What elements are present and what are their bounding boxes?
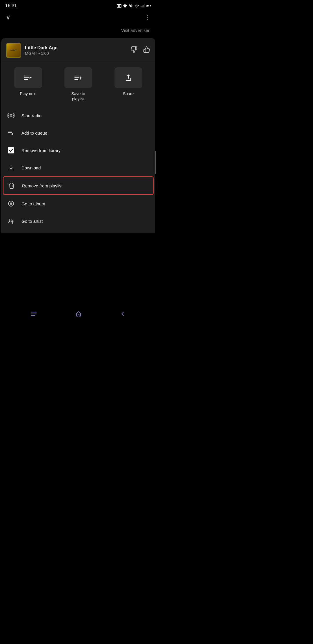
visit-advertiser[interactable]: Visit advertiser	[0, 24, 156, 38]
go-to-album-item[interactable]: Go to album	[1, 195, 155, 212]
play-next-button[interactable]	[14, 67, 42, 88]
download-item[interactable]: Download	[1, 159, 155, 176]
status-icons	[117, 4, 151, 8]
svg-rect-5	[142, 6, 142, 7]
remove-from-library-icon	[7, 146, 15, 154]
nav-back-icon[interactable]	[120, 311, 126, 318]
more-options-icon[interactable]: ⋮	[144, 14, 151, 21]
go-to-album-icon	[7, 200, 15, 208]
song-meta: MGMT • 5:00	[25, 51, 126, 56]
svg-marker-14	[30, 77, 32, 79]
play-next-label: Play next	[20, 91, 37, 96]
bottom-sheet: MGMT Little Dark Age MGMT • 5:00	[1, 38, 155, 233]
wifi-icon	[134, 4, 139, 8]
add-to-queue-item[interactable]: Add to queue	[1, 124, 155, 142]
nav-menu-icon[interactable]	[30, 311, 37, 318]
quick-actions: Play next Save to playlist	[1, 62, 155, 104]
svg-point-3	[137, 7, 137, 8]
save-to-playlist-label: Save to playlist	[71, 91, 85, 102]
svg-rect-9	[147, 5, 149, 7]
start-radio-icon	[7, 111, 15, 120]
svg-point-36	[12, 222, 13, 224]
scrollbar	[155, 151, 156, 174]
remove-from-playlist-icon	[8, 182, 16, 190]
svg-rect-2	[118, 4, 120, 5]
play-next-action[interactable]: Play next	[5, 67, 52, 102]
download-icon	[7, 164, 15, 172]
svg-point-1	[118, 5, 120, 7]
share-action[interactable]: Share	[105, 67, 152, 102]
svg-point-33	[9, 219, 11, 221]
menu-list: Start radio Add to queue	[1, 107, 155, 230]
start-radio-item[interactable]: Start radio	[1, 107, 155, 124]
share-button[interactable]	[114, 67, 142, 88]
save-to-playlist-action[interactable]: Save to playlist	[55, 67, 102, 102]
thumbs-down-icon[interactable]	[130, 46, 137, 55]
svg-rect-7	[144, 4, 144, 8]
rating-icons	[130, 46, 150, 55]
add-to-queue-icon	[7, 129, 15, 137]
chevron-down-icon[interactable]: ∨	[6, 14, 10, 21]
mute-icon	[129, 4, 133, 8]
nav-home-icon[interactable]	[75, 310, 82, 319]
save-to-playlist-button[interactable]	[64, 67, 92, 88]
svg-point-32	[11, 203, 11, 204]
song-info: Little Dark Age MGMT • 5:00	[25, 45, 126, 56]
nav-bar	[0, 307, 156, 322]
download-label: Download	[21, 165, 41, 170]
svg-rect-6	[143, 5, 143, 7]
go-to-artist-item[interactable]: Go to artist	[1, 212, 155, 230]
status-bar: 16:31	[0, 0, 156, 10]
add-to-queue-label: Add to queue	[21, 131, 47, 135]
thumbs-up-icon[interactable]	[143, 46, 150, 55]
top-bar: ∨ ⋮	[0, 10, 156, 24]
heart-icon	[123, 4, 127, 8]
go-to-artist-label: Go to artist	[21, 219, 43, 224]
svg-point-21	[10, 115, 12, 116]
go-to-artist-icon	[7, 217, 15, 225]
status-time: 16:31	[5, 3, 17, 8]
signal-icon	[141, 4, 145, 8]
svg-rect-10	[150, 5, 151, 6]
album-art: MGMT	[6, 43, 21, 58]
visit-advertiser-label: Visit advertiser	[121, 28, 150, 33]
remove-from-library-item[interactable]: Remove from library	[1, 142, 155, 159]
battery-icon	[146, 4, 151, 8]
svg-rect-0	[117, 4, 121, 8]
save-to-playlist-icon	[74, 75, 83, 81]
photo-icon	[117, 4, 121, 8]
share-icon	[125, 74, 132, 81]
svg-rect-4	[141, 6, 141, 7]
song-title: Little Dark Age	[25, 45, 126, 50]
remove-from-library-label: Remove from library	[21, 148, 61, 153]
start-radio-label: Start radio	[21, 113, 41, 118]
share-label: Share	[123, 91, 134, 96]
go-to-album-label: Go to album	[21, 201, 45, 206]
remove-from-playlist-label: Remove from playlist	[22, 183, 63, 188]
song-header: MGMT Little Dark Age MGMT • 5:00	[1, 38, 155, 62]
play-next-icon	[24, 75, 32, 81]
album-art-text: MGMT	[10, 49, 17, 52]
remove-from-playlist-item[interactable]: Remove from playlist	[3, 176, 154, 195]
